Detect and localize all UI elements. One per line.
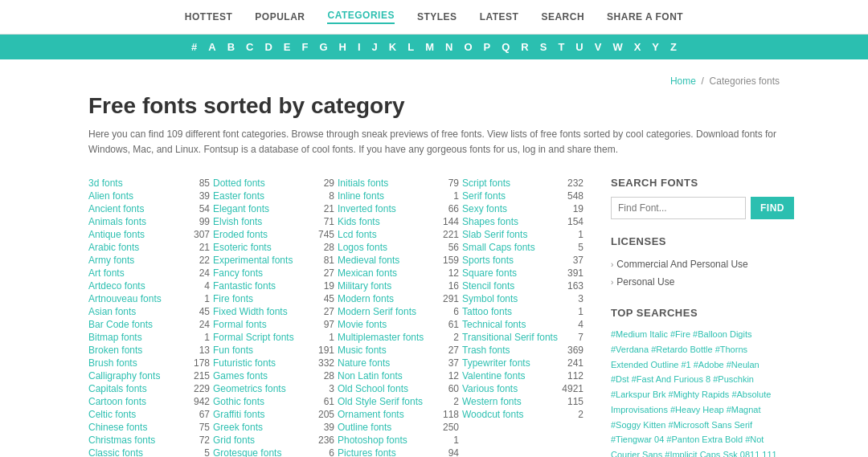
- font-link[interactable]: Serif fonts: [462, 190, 506, 202]
- alpha-nav-X[interactable]: X: [634, 41, 641, 53]
- font-link[interactable]: Square fonts: [462, 267, 517, 279]
- font-link[interactable]: Classic fonts: [88, 447, 143, 457]
- top-search-tag[interactable]: #Panton Extra Bold: [666, 435, 745, 444]
- font-link[interactable]: Asian fonts: [88, 306, 136, 317]
- top-nav-popular[interactable]: POPULAR: [255, 11, 305, 22]
- font-link[interactable]: Music fonts: [338, 345, 387, 356]
- font-link[interactable]: Outline fonts: [338, 422, 391, 433]
- font-link[interactable]: Sexy fonts: [462, 203, 507, 214]
- font-link[interactable]: Shapes fonts: [462, 216, 518, 227]
- top-search-tag[interactable]: #Heavy Heap: [670, 405, 727, 414]
- alpha-nav-H[interactable]: H: [339, 41, 346, 53]
- top-search-tag[interactable]: Ssk: [723, 450, 739, 457]
- font-link[interactable]: Slab Serif fonts: [462, 229, 527, 240]
- font-link[interactable]: Artnouveau fonts: [88, 293, 162, 304]
- alpha-nav-D[interactable]: D: [264, 41, 272, 53]
- font-link[interactable]: Antique fonts: [88, 229, 145, 240]
- font-link[interactable]: Alien fonts: [88, 190, 133, 202]
- font-link[interactable]: Sports fonts: [462, 255, 514, 266]
- font-link[interactable]: Transitional Serif fonts: [462, 332, 558, 343]
- font-link[interactable]: Various fonts: [462, 383, 518, 394]
- alpha-nav-Q[interactable]: Q: [502, 41, 510, 53]
- alpha-nav-O[interactable]: O: [464, 41, 472, 53]
- font-link[interactable]: Brush fonts: [88, 357, 137, 369]
- font-link[interactable]: Fun fonts: [213, 345, 253, 356]
- font-link[interactable]: Army fonts: [88, 255, 134, 266]
- top-nav-latest[interactable]: LATEST: [480, 11, 519, 22]
- font-link[interactable]: Elegant fonts: [213, 203, 269, 214]
- find-button[interactable]: FIND: [751, 197, 794, 219]
- search-input[interactable]: [611, 197, 746, 219]
- font-link[interactable]: Animals fonts: [88, 216, 146, 227]
- alpha-nav-B[interactable]: B: [227, 41, 235, 53]
- top-search-tag[interactable]: #Fast And Furious 8: [632, 374, 714, 384]
- font-link[interactable]: Photoshop fonts: [338, 435, 407, 446]
- font-link[interactable]: Inline fonts: [338, 190, 384, 202]
- font-link[interactable]: Formal fonts: [213, 319, 267, 330]
- alpha-nav-U[interactable]: U: [575, 41, 583, 53]
- alpha-nav-E[interactable]: E: [284, 41, 291, 53]
- font-link[interactable]: Tattoo fonts: [462, 306, 512, 317]
- font-link[interactable]: Fantastic fonts: [213, 280, 276, 292]
- font-link[interactable]: Capitals fonts: [88, 383, 147, 394]
- top-nav-categories[interactable]: CATEGORIES: [327, 10, 394, 24]
- font-link[interactable]: Chinese fonts: [88, 422, 147, 433]
- top-search-tag[interactable]: #Tiengwar: [611, 435, 654, 444]
- top-search-tag[interactable]: Bottle: [690, 345, 714, 354]
- font-link[interactable]: Grotesque fonts: [213, 447, 281, 457]
- top-search-tag[interactable]: 04: [654, 435, 666, 444]
- font-link[interactable]: Valentine fonts: [462, 370, 526, 382]
- font-link[interactable]: Symbol fonts: [462, 293, 518, 304]
- font-link[interactable]: Christmas fonts: [88, 435, 155, 446]
- alpha-nav-M[interactable]: M: [425, 41, 434, 53]
- font-link[interactable]: Military fonts: [338, 280, 391, 292]
- font-link[interactable]: Small Caps fonts: [462, 242, 535, 253]
- top-search-tag[interactable]: #Retardo: [651, 345, 690, 354]
- top-nav-hottest[interactable]: HOTTEST: [185, 11, 233, 22]
- top-search-tag[interactable]: #Dst: [611, 374, 632, 384]
- alpha-nav-K[interactable]: K: [389, 41, 396, 53]
- font-link[interactable]: Celtic fonts: [88, 409, 136, 420]
- alpha-nav-J[interactable]: J: [372, 41, 378, 53]
- font-link[interactable]: Movie fonts: [338, 319, 387, 330]
- font-link[interactable]: Elvish fonts: [213, 216, 262, 227]
- font-link[interactable]: Ancient fonts: [88, 203, 144, 214]
- alpha-nav-A[interactable]: A: [208, 41, 215, 53]
- top-search-tag[interactable]: #Microsoft Sans Serif: [669, 420, 753, 430]
- font-link[interactable]: Calligraphy fonts: [88, 370, 160, 382]
- font-link[interactable]: Fixed Width fonts: [213, 306, 288, 317]
- top-search-tag[interactable]: #Soggy Kitten: [611, 420, 669, 430]
- font-link[interactable]: Nature fonts: [338, 357, 390, 369]
- top-search-tag[interactable]: #Neulan: [727, 360, 760, 369]
- top-search-tag[interactable]: #Magnat: [727, 405, 761, 414]
- font-link[interactable]: Futuristic fonts: [213, 357, 276, 369]
- font-link[interactable]: Cartoon fonts: [88, 396, 146, 407]
- top-search-tag[interactable]: #Larkspur Brk: [611, 390, 669, 399]
- top-search-tag[interactable]: #Mighty Rapids: [669, 390, 732, 399]
- font-link[interactable]: Ornament fonts: [338, 409, 404, 420]
- font-link[interactable]: Geometrics fonts: [213, 383, 286, 394]
- font-link[interactable]: Greek fonts: [213, 422, 263, 433]
- alpha-nav-P[interactable]: P: [484, 41, 491, 53]
- font-link[interactable]: Trash fonts: [462, 345, 510, 356]
- font-link[interactable]: Stencil fonts: [462, 280, 514, 292]
- font-link[interactable]: Non Latin fonts: [338, 370, 403, 382]
- font-link[interactable]: Bar Code fonts: [88, 319, 153, 330]
- alpha-nav-#[interactable]: #: [191, 41, 197, 53]
- font-link[interactable]: Inverted fonts: [338, 203, 396, 214]
- font-link[interactable]: Artdeco fonts: [88, 280, 145, 292]
- top-search-tag[interactable]: #Adobe: [694, 360, 727, 369]
- breadcrumb-home-link[interactable]: Home: [670, 75, 696, 87]
- alpha-nav-V[interactable]: V: [595, 41, 602, 53]
- font-link[interactable]: Multiplemaster fonts: [338, 332, 424, 343]
- font-link[interactable]: Lcd fonts: [338, 229, 377, 240]
- font-link[interactable]: Esoteric fonts: [213, 242, 272, 253]
- alpha-nav-N[interactable]: N: [445, 41, 452, 53]
- alpha-nav-G[interactable]: G: [319, 41, 327, 53]
- alpha-nav-I[interactable]: I: [358, 41, 361, 53]
- font-link[interactable]: Old Style Serif fonts: [338, 396, 423, 407]
- font-link[interactable]: Mexican fonts: [338, 267, 397, 279]
- font-link[interactable]: Gothic fonts: [213, 396, 264, 407]
- top-search-tag[interactable]: #Implicit Caps: [665, 450, 723, 457]
- top-search-tag[interactable]: #Medium Italic: [611, 329, 670, 339]
